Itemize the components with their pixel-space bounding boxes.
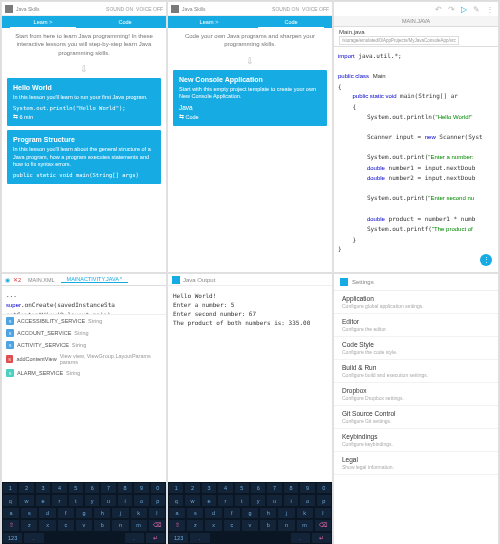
settings-item[interactable]: ApplicationConfigure global application …: [334, 291, 498, 314]
key-q[interactable]: q: [3, 495, 17, 505]
key-x[interactable]: x: [205, 520, 221, 530]
key-s[interactable]: s: [21, 508, 37, 518]
lesson-card-hello-world[interactable]: Hello World In this lesson you'll learn …: [7, 78, 161, 126]
key-5[interactable]: 5: [235, 483, 249, 493]
voice-toggle[interactable]: VOICE OFF: [136, 6, 163, 12]
tab-code[interactable]: Code: [250, 16, 332, 28]
key-c[interactable]: c: [224, 520, 240, 530]
key-h[interactable]: h: [94, 508, 110, 518]
key-w[interactable]: w: [19, 495, 33, 505]
key-x[interactable]: x: [39, 520, 55, 530]
key-7[interactable]: 7: [267, 483, 281, 493]
key-⇧[interactable]: ⇧: [3, 520, 19, 530]
key-r[interactable]: r: [218, 495, 232, 505]
key-7[interactable]: 7: [101, 483, 115, 493]
key-␣[interactable]: [212, 533, 289, 543]
file-tab[interactable]: MAIN.JAVA: [334, 16, 498, 27]
key-e[interactable]: e: [202, 495, 216, 505]
key-5[interactable]: 5: [69, 483, 83, 493]
key-a[interactable]: a: [3, 508, 19, 518]
tab-learn[interactable]: Learn >: [168, 16, 250, 28]
settings-item[interactable]: KeybindingsConfigure keybindings.: [334, 429, 498, 452]
key-k[interactable]: k: [131, 508, 147, 518]
key-s[interactable]: s: [187, 508, 203, 518]
key-b[interactable]: b: [260, 520, 276, 530]
play-icon[interactable]: ◉: [2, 277, 12, 283]
key-m[interactable]: m: [131, 520, 147, 530]
key-1[interactable]: 1: [3, 483, 17, 493]
settings-item[interactable]: DropboxConfigure Dropbox settings.: [334, 383, 498, 406]
key-c[interactable]: c: [58, 520, 74, 530]
key-a[interactable]: a: [169, 508, 185, 518]
key-3[interactable]: 3: [202, 483, 216, 493]
key-o[interactable]: o: [134, 495, 148, 505]
key-l[interactable]: l: [149, 508, 165, 518]
key-r[interactable]: r: [52, 495, 66, 505]
key-2[interactable]: 2: [19, 483, 33, 493]
key-l[interactable]: l: [315, 508, 331, 518]
key-.[interactable]: .: [190, 533, 209, 543]
key-↵[interactable]: ↵: [312, 533, 331, 543]
key-i[interactable]: i: [118, 495, 132, 505]
edit-icon[interactable]: ✎: [473, 5, 480, 14]
settings-item[interactable]: EditorConfigure the editor.: [334, 314, 498, 337]
lesson-card-program-structure[interactable]: Program Structure In this lesson you'll …: [7, 130, 161, 184]
settings-item[interactable]: Build & RunConfigure build and execution…: [334, 360, 498, 383]
key-n[interactable]: n: [112, 520, 128, 530]
key-p[interactable]: p: [151, 495, 165, 505]
key-h[interactable]: h: [260, 508, 276, 518]
suggestion-item[interactable]: SaddContentView View view, ViewGroup.Lay…: [2, 351, 166, 367]
key-4[interactable]: 4: [52, 483, 66, 493]
tab-code[interactable]: Code: [84, 16, 166, 28]
sound-toggle[interactable]: SOUND ON: [272, 6, 299, 12]
key-⌫[interactable]: ⌫: [315, 520, 331, 530]
close-tabs[interactable]: ✕2: [12, 277, 22, 283]
key-q[interactable]: q: [169, 495, 183, 505]
redo-icon[interactable]: ↷: [448, 5, 455, 14]
key-0[interactable]: 0: [151, 483, 165, 493]
key-6[interactable]: 6: [85, 483, 99, 493]
menu-icon[interactable]: ⋮: [486, 5, 494, 14]
key-⌫[interactable]: ⌫: [149, 520, 165, 530]
key-6[interactable]: 6: [251, 483, 265, 493]
key-.[interactable]: .: [291, 533, 310, 543]
key-u[interactable]: u: [101, 495, 115, 505]
settings-item[interactable]: Git Source ControlConfigure Git settings…: [334, 406, 498, 429]
voice-toggle[interactable]: VOICE OFF: [302, 6, 329, 12]
sound-toggle[interactable]: SOUND ON: [106, 6, 133, 12]
suggestion-item[interactable]: SALARM_SERVICE String: [2, 367, 166, 379]
key-⇧[interactable]: ⇧: [169, 520, 185, 530]
code-area[interactable]: import java.util.*; public class Main { …: [334, 47, 498, 258]
key-t[interactable]: t: [69, 495, 83, 505]
key-9[interactable]: 9: [300, 483, 314, 493]
key-3[interactable]: 3: [36, 483, 50, 493]
key-y[interactable]: y: [251, 495, 265, 505]
key-o[interactable]: o: [300, 495, 314, 505]
key-f[interactable]: f: [224, 508, 240, 518]
key-z[interactable]: z: [21, 520, 37, 530]
key-0[interactable]: 0: [317, 483, 331, 493]
key-8[interactable]: 8: [118, 483, 132, 493]
key-g[interactable]: g: [242, 508, 258, 518]
tab-mainxml[interactable]: MAIN.XML: [22, 277, 61, 283]
key-v[interactable]: v: [76, 520, 92, 530]
key-2[interactable]: 2: [185, 483, 199, 493]
suggestion-item[interactable]: SACCOUNT_SERVICE String: [2, 327, 166, 339]
key-i[interactable]: i: [284, 495, 298, 505]
key-.[interactable]: .: [24, 533, 43, 543]
key-t[interactable]: t: [235, 495, 249, 505]
key-4[interactable]: 4: [218, 483, 232, 493]
key-n[interactable]: n: [278, 520, 294, 530]
key-z[interactable]: z: [187, 520, 203, 530]
key-v[interactable]: v: [242, 520, 258, 530]
key-b[interactable]: b: [94, 520, 110, 530]
key-j[interactable]: j: [278, 508, 294, 518]
key-g[interactable]: g: [76, 508, 92, 518]
settings-item[interactable]: Code StyleConfigure the code style.: [334, 337, 498, 360]
key-j[interactable]: j: [112, 508, 128, 518]
key-9[interactable]: 9: [134, 483, 148, 493]
undo-icon[interactable]: ↶: [435, 5, 442, 14]
fab-button[interactable]: ⋮: [480, 254, 492, 266]
run-icon[interactable]: ▷: [461, 5, 467, 14]
tab-learn[interactable]: Learn >: [2, 16, 84, 28]
